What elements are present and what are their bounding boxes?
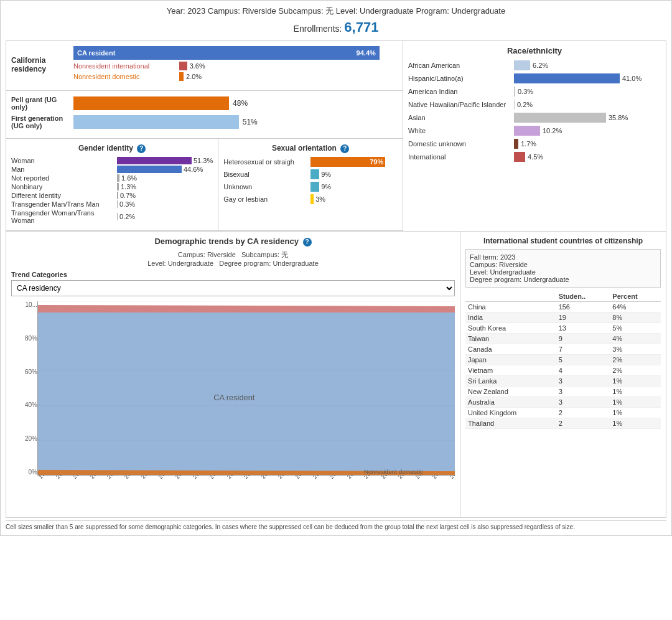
nonres-intl-pct: 3.6% xyxy=(190,62,205,70)
hetero-bar: 79% xyxy=(310,157,385,167)
gender-block: Gender identity ? Woman 51.3% Man xyxy=(6,139,218,230)
footer-note: Cell sizes smaller than 5 are suppressed… xyxy=(6,520,666,530)
table-row: Canada73% xyxy=(465,344,661,355)
ca-resident-pct: 94.4% xyxy=(357,49,376,57)
intl-table: Studen.. Percent China15664% India198% S… xyxy=(465,291,661,429)
asian-bar xyxy=(514,113,606,123)
race-item-international: International 4.5% xyxy=(408,152,661,162)
nonres-domestic-pct: 2.0% xyxy=(186,73,202,80)
intl-term: Fall term: 2023 xyxy=(470,253,656,261)
pell-bar-area: 48% xyxy=(73,96,398,110)
col-students: Studen.. xyxy=(556,291,610,302)
race-title: Race/ethnicity xyxy=(408,46,661,55)
gender-help-icon[interactable]: ? xyxy=(137,144,146,153)
woman-bar xyxy=(117,157,192,164)
enrollments-row: Enrollments: 6,771 xyxy=(6,19,666,35)
trend-subtitles: Campus: Riverside Subcampus: 无 Level: Un… xyxy=(11,250,455,267)
metrics-block: Pell grant (UG only) 48% First generatio… xyxy=(6,91,403,139)
header-line1: Year: 2023 Campus: Riverside Subcampus: … xyxy=(6,6,666,17)
native-hawaiian-bar xyxy=(514,100,515,110)
residency-label: California residency xyxy=(11,56,73,73)
so-item-bisexual: Bisexual 9% xyxy=(223,169,398,179)
intl-degree: Degree program: Undergraduate xyxy=(470,276,656,283)
gender-title: Gender identity ? xyxy=(11,144,213,153)
table-row: United Kingdom21% xyxy=(465,408,661,418)
residency-row: California residency CA resident 94.4% xyxy=(11,46,398,83)
unknown-bar xyxy=(310,182,319,192)
x-axis-labels: 1999 2000 2001 2002 2003 2004 2005 2006 … xyxy=(37,476,455,482)
sexual-help-icon[interactable]: ? xyxy=(340,144,349,153)
bisexual-bar xyxy=(310,169,319,179)
race-item-american-indian: American Indian 0.3% xyxy=(408,87,661,96)
ca-resident-chart-label: CA resident xyxy=(213,393,255,402)
race-items: African American 6.2% Hispanic/Latino(a)… xyxy=(408,60,661,162)
sexual-block: Sexual orientation ? Heterosexual or str… xyxy=(218,139,403,230)
residency-block: California residency CA resident 94.4% xyxy=(6,41,403,91)
trend-category-label: Trend Categories xyxy=(11,271,455,278)
left-top: California residency CA resident 94.4% xyxy=(6,41,403,231)
table-row: New Zealand31% xyxy=(465,387,661,397)
table-row: Japan52% xyxy=(465,355,661,365)
trend-degree: Degree program: Undergraduate xyxy=(219,260,319,267)
african-bar xyxy=(514,60,530,70)
gender-item-man: Man 44.6% xyxy=(11,166,213,173)
chart-svg-container: CA resident Nonresident domestic xyxy=(37,301,455,476)
table-row: Vietnam42% xyxy=(465,365,661,376)
so-item-hetero: Heterosexual or straigh 79% xyxy=(223,157,398,167)
intl-info-box: Fall term: 2023 Campus: Riverside Level:… xyxy=(465,249,661,288)
gender-item-notreported: Not reported 1.6% xyxy=(11,174,213,182)
bottom-right: International student countries of citiz… xyxy=(460,232,666,517)
gender-item-woman: Woman 51.3% xyxy=(11,157,213,164)
residency-bars: CA resident 94.4% Nonresident internatio… xyxy=(73,46,398,83)
right-top: Race/ethnicity African American 6.2% His… xyxy=(403,41,666,231)
trend-campus: Campus: Riverside xyxy=(178,251,236,258)
ca-resident-bar-label: CA resident xyxy=(77,49,115,57)
bottom-left: Demographic trends by CA residency ? Cam… xyxy=(6,232,460,517)
nonres-domestic-chart-label: Nonresident domestic xyxy=(364,468,423,475)
trend-level: Level: Undergraduate xyxy=(147,260,213,267)
race-item-african: African American 6.2% xyxy=(408,60,661,70)
gender-item-different: Different Identity 0.7% xyxy=(11,192,213,199)
white-bar xyxy=(514,126,540,136)
trend-dropdown[interactable]: CA residency xyxy=(11,280,455,296)
gender-item-nonbinary: Nonbinary 1.3% xyxy=(11,183,213,190)
col-country xyxy=(465,291,556,302)
domestic-unknown-bar xyxy=(514,139,518,149)
pell-label: Pell grant (UG only) xyxy=(11,96,73,111)
chart-wrapper: 10... 80% 60% 40% 20% 0% xyxy=(17,301,455,476)
table-row: Thailand21% xyxy=(465,418,661,429)
y-axis: 10... 80% 60% 40% 20% 0% xyxy=(17,301,37,476)
table-row: Australia31% xyxy=(465,397,661,408)
bar-row-domestic: Nonresident domestic 2.0% xyxy=(73,72,398,81)
intl-campus: Campus: Riverside xyxy=(470,261,656,268)
race-item-asian: Asian 35.8% xyxy=(408,113,661,123)
race-item-hispanic: Hispanic/Latino(a) 41.0% xyxy=(408,73,661,83)
race-item-white: White 10.2% xyxy=(408,126,661,136)
chart-svg: CA resident Nonresident domestic xyxy=(38,301,455,475)
table-row: Sri Lanka31% xyxy=(465,376,661,387)
pell-bar xyxy=(73,96,229,110)
race-item-domestic-unknown: Domestic unknown 1.7% xyxy=(408,139,661,149)
gender-item-transmam: Transgender Man/Trans Man 0.3% xyxy=(11,200,213,208)
page-container: Year: 2023 Campus: Riverside Subcampus: … xyxy=(0,0,672,536)
col-percent: Percent xyxy=(610,291,661,302)
table-row: South Korea135% xyxy=(465,323,661,334)
sexual-title: Sexual orientation ? xyxy=(223,144,398,153)
international-race-bar xyxy=(514,152,525,162)
gender-item-transwoman: Transgender Woman/Trans Woman 0.2% xyxy=(11,209,213,224)
enrollment-count: 6,771 xyxy=(344,19,378,35)
table-row: China15664% xyxy=(465,302,661,312)
nonres-intl-label: Nonresident international xyxy=(73,62,179,70)
notreported-bar xyxy=(117,174,119,182)
nonres-domestic-label: Nonresident domestic xyxy=(73,73,179,80)
page-header: Year: 2023 Campus: Riverside Subcampus: … xyxy=(6,6,666,17)
bar-row-intl: Nonresident international 3.6% xyxy=(73,62,398,70)
trend-help-icon[interactable]: ? xyxy=(303,238,312,247)
table-row: Taiwan94% xyxy=(465,334,661,344)
trend-title: Demographic trends by CA residency ? xyxy=(11,237,455,247)
top-section: California residency CA resident 94.4% xyxy=(6,40,666,232)
enrollments-label: Enrollments: xyxy=(294,24,342,34)
pell-row: Pell grant (UG only) 48% xyxy=(11,96,398,111)
american-indian-bar xyxy=(514,87,515,96)
intl-table-body: China15664% India198% South Korea135% Ta… xyxy=(465,302,661,429)
